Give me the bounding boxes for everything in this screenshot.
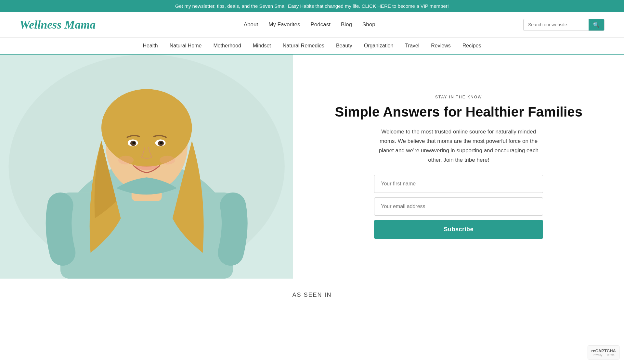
nav-podcast[interactable]: Podcast bbox=[310, 21, 330, 28]
hero-image bbox=[0, 55, 293, 279]
search-input[interactable] bbox=[524, 19, 589, 30]
cat-travel[interactable]: Travel bbox=[405, 43, 419, 49]
search-bar: 🔍 bbox=[523, 19, 604, 31]
cat-beauty[interactable]: Beauty bbox=[336, 43, 352, 49]
stay-label: STAY IN THE KNOW bbox=[435, 95, 482, 99]
header: Wellness Mama About My Favorites Podcast… bbox=[0, 12, 624, 38]
cat-natural-remedies[interactable]: Natural Remedies bbox=[283, 43, 324, 49]
hero-section: STAY IN THE KNOW Simple Answers for Heal… bbox=[0, 55, 624, 279]
svg-point-13 bbox=[118, 156, 134, 165]
cat-organization[interactable]: Organization bbox=[364, 43, 394, 49]
hero-content: STAY IN THE KNOW Simple Answers for Heal… bbox=[293, 55, 624, 279]
email-input[interactable] bbox=[374, 197, 543, 216]
nav-blog[interactable]: Blog bbox=[341, 21, 352, 28]
cat-reviews[interactable]: Reviews bbox=[431, 43, 450, 49]
first-name-input[interactable] bbox=[374, 175, 543, 193]
search-icon: 🔍 bbox=[593, 22, 600, 28]
cat-recipes[interactable]: Recipes bbox=[462, 43, 481, 49]
nav-about[interactable]: About bbox=[244, 21, 258, 28]
svg-point-12 bbox=[160, 142, 162, 144]
signup-form: Subscribe bbox=[374, 175, 543, 239]
hero-description: Welcome to the most trusted online sourc… bbox=[374, 127, 543, 165]
cat-natural-home[interactable]: Natural Home bbox=[170, 43, 202, 49]
nav-favorites[interactable]: My Favorites bbox=[268, 21, 300, 28]
cat-mindset[interactable]: Mindset bbox=[253, 43, 271, 49]
category-nav: Health Natural Home Motherhood Mindset N… bbox=[0, 38, 624, 55]
as-seen-in-label: AS SEEN IN bbox=[0, 279, 624, 305]
subscribe-button[interactable]: Subscribe bbox=[374, 220, 543, 239]
svg-point-14 bbox=[160, 156, 175, 165]
site-logo[interactable]: Wellness Mama bbox=[20, 18, 96, 31]
search-button[interactable]: 🔍 bbox=[589, 19, 604, 31]
svg-point-6 bbox=[101, 89, 192, 167]
banner-text: Get my newsletter, tips, deals, and the … bbox=[175, 3, 449, 9]
top-banner[interactable]: Get my newsletter, tips, deals, and the … bbox=[0, 0, 624, 12]
cat-motherhood[interactable]: Motherhood bbox=[213, 43, 241, 49]
nav-shop[interactable]: Shop bbox=[362, 21, 375, 28]
svg-rect-3 bbox=[60, 193, 233, 279]
cat-health[interactable]: Health bbox=[143, 43, 158, 49]
hero-title: Simple Answers for Healthier Families bbox=[335, 104, 582, 120]
svg-point-11 bbox=[132, 142, 135, 144]
main-nav: About My Favorites Podcast Blog Shop bbox=[244, 21, 375, 28]
